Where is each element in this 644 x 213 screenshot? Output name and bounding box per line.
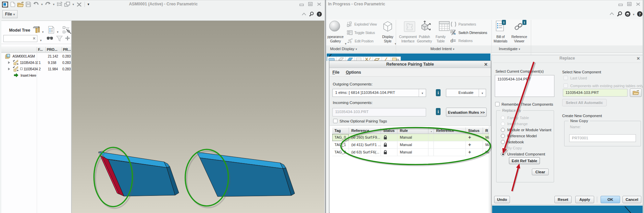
tree-list-dropdown[interactable] bbox=[57, 28, 59, 34]
radio-reference-model[interactable] bbox=[501, 134, 505, 138]
table-header-rule2[interactable]: R bbox=[483, 128, 489, 134]
tree-tools-dropdown[interactable] bbox=[42, 28, 44, 34]
new-file-button[interactable] bbox=[9, 1, 16, 7]
learning-connector-icon[interactable] bbox=[625, 11, 631, 17]
ok-button[interactable]: OK bbox=[601, 196, 620, 203]
evaluation-rules-button[interactable]: Evaluation Rules >> bbox=[446, 108, 487, 117]
tree-row-insert-here[interactable]: Insert Here bbox=[1, 72, 71, 79]
table-cell-tag[interactable]: TAG_2 bbox=[332, 149, 349, 156]
tree-row-part-2[interactable]: 11035434- 2 11.984 0.283 bbox=[1, 66, 71, 72]
tree-tools-icon[interactable] bbox=[33, 26, 41, 34]
list-item[interactable]: 11035434-104.PRT bbox=[497, 77, 531, 81]
table-header-tag[interactable]: Tag bbox=[332, 128, 349, 134]
add-filter-icon[interactable] bbox=[65, 36, 70, 41]
minimize-icon[interactable] bbox=[299, 2, 304, 6]
incoming-info-icon[interactable]: i bbox=[436, 108, 441, 115]
display-style-button[interactable]: Display Style bbox=[379, 35, 396, 43]
search-icon[interactable] bbox=[309, 11, 314, 17]
group-investigate[interactable]: Investigate bbox=[499, 47, 520, 51]
table-cell-rule[interactable]: Manual bbox=[397, 149, 428, 156]
clear-search-icon[interactable]: ✕ bbox=[33, 36, 36, 41]
close-window-button[interactable] bbox=[76, 1, 83, 7]
table-cell-add[interactable]: + bbox=[466, 149, 483, 156]
table-cell-rule[interactable]: Manual bbox=[397, 141, 428, 149]
table-cell-rule[interactable]: Manual bbox=[397, 134, 428, 141]
family-table-button[interactable]: Family Table bbox=[432, 35, 449, 43]
close-icon[interactable] bbox=[636, 2, 640, 6]
table-header-reference[interactable]: Reference bbox=[349, 128, 381, 134]
search-dropdown[interactable] bbox=[40, 37, 42, 43]
apply-button[interactable]: Apply bbox=[575, 196, 594, 203]
close-icon[interactable] bbox=[317, 2, 321, 6]
table-cell-status[interactable] bbox=[381, 149, 397, 156]
evaluate-button[interactable]: Evaluate bbox=[446, 89, 486, 97]
expand-icon[interactable] bbox=[8, 61, 10, 64]
open-button[interactable] bbox=[17, 1, 24, 7]
table-cell-reference[interactable]: (id 411) Surf:F1 ... bbox=[349, 141, 381, 149]
edit-position-button[interactable]: yxz Edit Position bbox=[347, 38, 374, 44]
existing-tables-checkbox[interactable] bbox=[564, 83, 568, 88]
search-icon[interactable] bbox=[617, 11, 622, 17]
outgoing-components-combo[interactable]: 1 elms: [ 6814 ]11035434-104.PRT bbox=[332, 89, 426, 97]
edit-ref-table-button[interactable]: Edit Ref Table bbox=[509, 157, 540, 164]
help-icon[interactable]: ? bbox=[317, 11, 322, 17]
last-used-checkbox[interactable] bbox=[564, 76, 568, 80]
windows-dropdown[interactable] bbox=[72, 1, 75, 7]
table-cell-status[interactable] bbox=[381, 134, 397, 141]
parameters-button[interactable]: Parameters bbox=[450, 22, 476, 27]
table-cell-status[interactable] bbox=[381, 141, 397, 149]
appearance-gallery-button[interactable]: ppearance Gallery bbox=[326, 35, 346, 43]
table-cell-reference2[interactable] bbox=[434, 134, 466, 141]
undo-dropdown[interactable] bbox=[40, 1, 43, 7]
table-header-reference2[interactable]: Reference bbox=[434, 128, 466, 134]
reset-button[interactable]: Reset bbox=[554, 196, 572, 203]
dialog-close-icon[interactable]: ✕ bbox=[484, 62, 488, 67]
redo-button[interactable] bbox=[44, 1, 51, 7]
table-cell-tag[interactable]: TAG_1 bbox=[332, 141, 349, 149]
bill-of-materials-button[interactable]: Bill of Materials bbox=[490, 35, 511, 43]
tree-visibility-icon[interactable] bbox=[63, 26, 71, 34]
table-scrollbar-track[interactable] bbox=[489, 126, 489, 213]
group-model-intent[interactable]: Model Intent bbox=[430, 47, 454, 51]
table-cell-add[interactable]: + bbox=[466, 134, 483, 141]
expand-icon[interactable] bbox=[8, 68, 10, 70]
outgoing-info-icon[interactable]: i bbox=[436, 89, 441, 96]
minimize-icon[interactable] bbox=[618, 2, 623, 6]
replace-close-icon[interactable]: ✕ bbox=[637, 56, 640, 61]
table-cell-reference2[interactable] bbox=[434, 149, 466, 156]
table-header-rule[interactable]: Rule bbox=[397, 128, 428, 134]
table-cell-dot[interactable] bbox=[428, 134, 434, 141]
table-header-status2[interactable]: Status bbox=[466, 128, 483, 134]
publish-geometry-button[interactable]: Publish Geometry bbox=[416, 35, 433, 43]
group-model-display[interactable]: Model Display bbox=[330, 47, 357, 51]
table-cell-rule2[interactable]: Ma bbox=[483, 134, 489, 141]
name-input[interactable]: PRT0001 bbox=[569, 134, 636, 142]
toggle-status-button[interactable]: Toggle Status bbox=[347, 30, 375, 35]
show-optional-checkbox[interactable] bbox=[333, 119, 337, 123]
tree-row-assembly[interactable]: ASM0001.ASM 21.142 0.283 bbox=[1, 53, 71, 60]
relations-button[interactable]: d= Relations bbox=[450, 38, 473, 43]
radio-unrelated-component[interactable] bbox=[501, 152, 505, 156]
radio-module-variant[interactable] bbox=[501, 128, 505, 132]
radio-notebook[interactable] bbox=[501, 140, 505, 144]
table-cell-dot[interactable] bbox=[428, 141, 434, 149]
column-header-pr[interactable]: PR... bbox=[63, 47, 71, 51]
collapse-ribbon-icon[interactable] bbox=[301, 12, 307, 16]
dialog-menu-options[interactable]: Options bbox=[346, 70, 361, 75]
exploded-view-button[interactable]: Exploded View bbox=[347, 22, 377, 27]
radio-by-copy[interactable] bbox=[501, 146, 505, 150]
dialog-menu-file[interactable]: File bbox=[332, 70, 340, 75]
clear-button[interactable]: Clear bbox=[532, 169, 549, 175]
windows-button[interactable] bbox=[64, 1, 71, 7]
current-components-list[interactable]: 11035434-104.PRT bbox=[495, 75, 554, 97]
tree-search-input[interactable]: ✕ bbox=[3, 35, 37, 42]
table-cell-add[interactable]: + bbox=[466, 141, 483, 149]
cancel-button[interactable]: Cancel bbox=[622, 196, 641, 203]
table-cell-reference[interactable]: (id 63) Surf:F6(... bbox=[349, 149, 381, 156]
filter-icon[interactable] bbox=[56, 36, 63, 41]
component-interface-button[interactable]: Component Interface bbox=[399, 35, 417, 43]
tree-row-part-1[interactable]: 11035434-10 1 9.158 0.283 bbox=[1, 60, 71, 66]
save-button[interactable] bbox=[25, 1, 32, 7]
customize-toolbar-dropdown[interactable] bbox=[87, 1, 90, 7]
table-cell-dot[interactable] bbox=[428, 149, 434, 156]
